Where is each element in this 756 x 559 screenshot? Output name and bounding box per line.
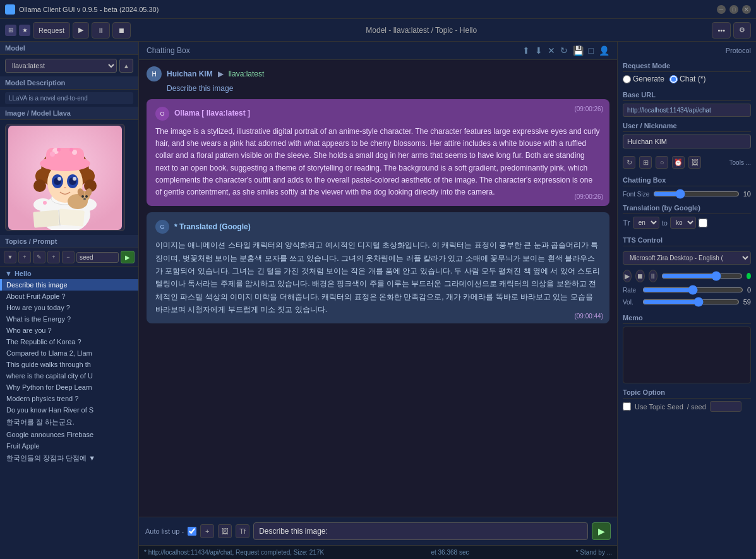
main-layout: Model llava:latest ▲ Model Description L… (0, 42, 756, 559)
topic-item[interactable]: Why Python for Deep Learn (0, 382, 138, 393)
nickname-section: User / Nickname (623, 122, 751, 148)
translated-avatar: G (155, 220, 169, 234)
clock-tool-icon[interactable]: ⏰ (672, 156, 685, 169)
topic-minus-button[interactable]: − (62, 251, 75, 263)
tts-stop-button[interactable]: ⏹ (635, 270, 644, 282)
left-panel: Model llava:latest ▲ Model Description L… (0, 42, 139, 559)
topic-more-button[interactable]: + (47, 251, 60, 263)
topic-item[interactable]: What is the Energy ? (0, 313, 138, 325)
tts-slider[interactable] (661, 271, 743, 281)
refresh-tool-icon[interactable]: ↻ (623, 156, 635, 169)
tts-vol-slider[interactable] (642, 297, 740, 307)
model-description: LLaVA is a novel end-to-end (0, 90, 138, 107)
svg-point-18 (64, 187, 66, 188)
send-button[interactable]: ▶ (592, 522, 611, 540)
topic-item[interactable]: Compared to Llama 2, Llam (0, 347, 138, 359)
tts-voice-select[interactable]: Microsoft Zira Desktop - English ( (623, 251, 751, 265)
lang-from-select[interactable]: en (633, 217, 659, 229)
toolbar: ⊞ ★ Request ▶ ⏸ ⏹ Model - llava:latest /… (0, 19, 756, 42)
topic-item[interactable]: where is the capital city of U (0, 370, 138, 382)
protocol-label[interactable]: Protocol (726, 47, 751, 54)
auto-list-checkbox[interactable] (188, 527, 196, 536)
image-tool-icon[interactable]: 🖼 (688, 156, 701, 169)
topic-item[interactable]: Describe this image (0, 279, 138, 291)
tts-play-button[interactable]: ▶ (623, 270, 632, 282)
model-select[interactable]: llava:latest (5, 59, 117, 73)
minimize-button[interactable]: ─ (717, 5, 726, 14)
tts-pause-button[interactable]: ⏸ (649, 270, 657, 282)
maximize-button[interactable]: □ (729, 5, 738, 14)
topic-item[interactable]: 한국어를 잘 하는군요. (0, 416, 138, 429)
app-title: Ollama Client GUI v 0.9.5 - beta (2024.0… (19, 6, 717, 13)
translation-section: Translation (by Google) Tr en to ko (623, 204, 751, 231)
add-input-button[interactable]: + (200, 524, 214, 538)
chat-input-field[interactable] (253, 522, 588, 540)
topic-item[interactable]: Fruit Apple (0, 440, 138, 452)
close-chat-icon[interactable]: ✕ (548, 45, 555, 56)
save-icon[interactable]: 💾 (573, 45, 584, 56)
topic-edit-button[interactable]: ✎ (33, 251, 45, 263)
image-section (0, 120, 138, 235)
tools-row: ↻ ⊞ ○ ⏰ 🖼 Tools ... (623, 156, 751, 169)
play-button[interactable]: ▶ (73, 22, 89, 39)
font-input-button[interactable]: Tf (236, 524, 249, 538)
model-section: llava:latest ▲ (0, 55, 138, 76)
font-size-section: Chatting Box Font Size 10 (623, 176, 751, 199)
request-button[interactable]: Request (33, 22, 70, 39)
window-icon[interactable]: □ (589, 45, 594, 56)
topic-item[interactable]: The Republic of Korea ? (0, 336, 138, 347)
chat-radio[interactable]: Chat (*) (669, 75, 705, 83)
close-button[interactable]: ✕ (742, 5, 751, 14)
use-topic-seed-checkbox[interactable] (623, 402, 631, 411)
generate-radio[interactable]: Generate (623, 75, 664, 83)
memo-area[interactable] (623, 327, 751, 383)
star-icon[interactable]: ★ (19, 25, 30, 36)
user-message: H Huichan KIM ▶ llava:latest Describe th… (147, 66, 609, 93)
topic-seed-input[interactable] (710, 401, 741, 412)
topic-item[interactable]: About Fruit Apple ? (0, 291, 138, 302)
font-size-slider[interactable] (653, 189, 740, 199)
model-desc-header: Model Description (0, 76, 138, 90)
more-button[interactable]: ••• (712, 22, 731, 39)
topic-group-label: ▼ Hello (0, 268, 138, 279)
topic-item[interactable]: This guide walks through th (0, 359, 138, 370)
grid-tool-icon[interactable]: ⊞ (639, 156, 652, 169)
topic-add-button[interactable]: + (18, 251, 31, 263)
model-expand-button[interactable]: ▲ (119, 59, 133, 73)
svg-rect-33 (33, 210, 59, 227)
topic-item[interactable]: Modern physics trend ? (0, 393, 138, 404)
translate-checkbox[interactable] (699, 219, 707, 227)
topics-list: ▼ Hello Describe this imageAbout Fruit A… (0, 267, 138, 559)
svg-point-22 (50, 152, 55, 157)
model-section-header: Model (0, 42, 138, 55)
topic-item[interactable]: Google announces Firebase (0, 429, 138, 440)
topic-item[interactable]: How are you today ? (0, 302, 138, 313)
lang-to-select[interactable]: ko (670, 217, 696, 229)
seed-input[interactable] (76, 252, 119, 263)
settings-button[interactable]: ⚙ (733, 22, 751, 39)
topic-item[interactable]: 한국인들의 장점과 단점에 ▼ (0, 452, 138, 465)
preview-image[interactable] (5, 124, 125, 231)
topic-run-button[interactable]: ▶ (121, 251, 135, 263)
download-icon[interactable]: ⬇ (535, 45, 543, 56)
ai-avatar: O (155, 107, 169, 121)
svg-point-30 (81, 195, 84, 198)
pause-button[interactable]: ⏸ (92, 22, 110, 39)
svg-point-3 (33, 198, 52, 211)
refresh-icon[interactable]: ↻ (560, 45, 568, 56)
tts-rate-slider[interactable] (642, 285, 743, 295)
image-input-button[interactable]: 🖼 (218, 524, 232, 538)
svg-point-23 (57, 148, 61, 152)
svg-point-4 (43, 201, 47, 205)
stop-button[interactable]: ⏹ (112, 22, 131, 39)
topic-item[interactable]: Do you know Han River of S (0, 404, 138, 416)
topic-collapse-button[interactable]: ▼ (4, 251, 16, 263)
image-section-header: Image / Model Llava (0, 107, 138, 120)
grid-icon[interactable]: ⊞ (5, 25, 16, 36)
circle-tool-icon[interactable]: ○ (656, 156, 668, 169)
upload-icon[interactable]: ⬆ (522, 45, 530, 56)
user-icon[interactable]: 👤 (599, 45, 609, 56)
svg-rect-20 (46, 148, 84, 165)
topic-item[interactable]: Who are you ? (0, 325, 138, 336)
nickname-input[interactable] (623, 135, 751, 148)
